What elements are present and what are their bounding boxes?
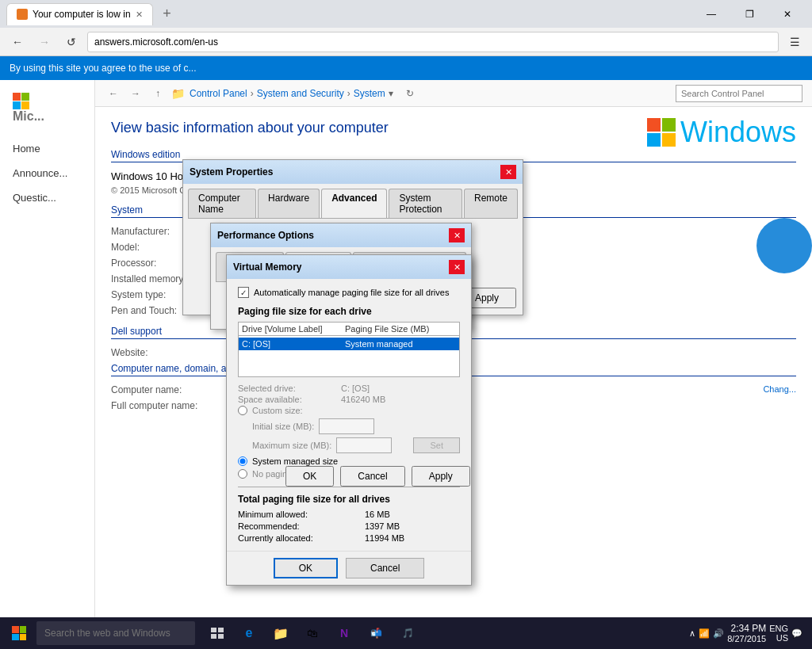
- edge-icon[interactable]: e: [235, 617, 263, 649]
- tab-advanced[interactable]: Advanced: [321, 189, 387, 218]
- custom-size-label[interactable]: Custom size:: [252, 406, 303, 415]
- forward-button[interactable]: →: [33, 31, 56, 53]
- minimize-button[interactable]: —: [693, 0, 730, 28]
- allocated-row: Currently allocated: 11994 MB: [238, 533, 460, 543]
- min-label: Minimum allowed:: [238, 510, 365, 519]
- sidebar-item-question[interactable]: Questic...: [0, 185, 94, 210]
- taskbar: e 📁 🛍 N 📬 🎵 ∧ 📶 🔊 2:34 PM 8/27/2015 ENG …: [0, 617, 812, 649]
- recommended-row: Recommended: 1397 MB: [238, 521, 460, 531]
- alloc-label: Currently allocated:: [238, 533, 365, 543]
- system-props-close-button[interactable]: ✕: [500, 165, 516, 179]
- no-paging-radio[interactable]: [238, 469, 247, 479]
- lower-cancel-button[interactable]: Cancel: [340, 466, 404, 487]
- tab-hardware[interactable]: Hardware: [258, 189, 320, 218]
- initial-size-label: Initial size (MB):: [252, 422, 314, 431]
- address-input[interactable]: [87, 32, 779, 52]
- col-paging: Paging File Size (MB): [345, 324, 456, 334]
- extra-icon1[interactable]: 📬: [362, 617, 390, 649]
- perf-options-titlebar[interactable]: Performance Options ✕: [211, 223, 471, 247]
- virt-mem-titlebar[interactable]: Virtual Memory ✕: [227, 255, 471, 279]
- auto-manage-row: ✓ Automatically manage paging file size …: [238, 287, 460, 298]
- tab-title: Your computer is low in: [33, 9, 131, 20]
- vm-ok-button[interactable]: OK: [274, 558, 338, 578]
- network-icon[interactable]: 📶: [699, 628, 710, 639]
- svg-rect-2: [211, 634, 216, 639]
- tab-favicon-icon: [17, 9, 28, 20]
- extra-icon2[interactable]: 🎵: [393, 617, 422, 649]
- maximize-button[interactable]: ❐: [731, 0, 768, 28]
- page-content: Mic... Home Announce... Questic... ← → ↑…: [0, 80, 812, 641]
- selected-drive-row: Selected drive: C: [OS]: [238, 384, 460, 393]
- date: 8/27/2015: [727, 634, 766, 643]
- system-managed-radio[interactable]: [238, 456, 247, 466]
- new-tab-button[interactable]: +: [156, 3, 178, 25]
- system-props-tabs: Computer Name Hardware Advanced System P…: [183, 184, 523, 218]
- sidebar-item-home[interactable]: Home: [0, 136, 94, 161]
- virt-mem-close-button[interactable]: ✕: [449, 260, 465, 274]
- volume-icon[interactable]: 🔊: [713, 628, 724, 639]
- address-bar: ← → ↺ ☰: [0, 28, 812, 56]
- drive-c-paging: System managed: [345, 339, 456, 349]
- max-size-label: Maximum size (MB):: [252, 441, 331, 450]
- vm-totals-section: Total paging file size for all drives Mi…: [238, 487, 460, 543]
- language-display: ENG US: [769, 624, 788, 643]
- vm-buttons: OK Cancel: [227, 551, 471, 585]
- sys-tray-expand-icon[interactable]: ∧: [689, 628, 695, 639]
- max-size-input[interactable]: [336, 437, 392, 453]
- tab-remote[interactable]: Remote: [464, 189, 518, 218]
- space-available-row: Space available: 416240 MB: [238, 395, 460, 404]
- start-button[interactable]: [3, 617, 35, 649]
- auto-manage-checkbox[interactable]: ✓: [238, 287, 249, 298]
- custom-size-radio[interactable]: [238, 406, 247, 415]
- custom-size-row: Custom size:: [238, 406, 460, 415]
- taskbar-sys-tray: ∧ 📶 🔊 2:34 PM 8/27/2015 ENG US 💬: [689, 623, 809, 643]
- system-managed-row: System managed size: [238, 456, 460, 466]
- svg-rect-3: [218, 634, 224, 639]
- time-display: 2:34 PM 8/27/2015: [727, 623, 766, 643]
- onenote-icon[interactable]: N: [330, 617, 358, 649]
- browser-chrome: Your computer is low in ✕ + — ❐ ✕ ← → ↺ …: [0, 0, 812, 56]
- perf-options-title: Performance Options: [217, 230, 314, 241]
- perf-options-close-button[interactable]: ✕: [449, 228, 465, 242]
- store-icon[interactable]: 🛍: [298, 617, 327, 649]
- notification-bar: By using this site you agree to the use …: [0, 56, 812, 80]
- system-props-title: System Properties: [190, 166, 273, 178]
- tab-bar: Your computer is low in ✕ + — ❐ ✕: [0, 0, 812, 28]
- sidebar-item-announce[interactable]: Announce...: [0, 161, 94, 185]
- auto-manage-label[interactable]: Automatically manage paging file size fo…: [254, 288, 449, 297]
- rec-label: Recommended:: [238, 521, 365, 531]
- back-button[interactable]: ←: [6, 31, 29, 53]
- vm-table-header: Drive [Volume Label] Paging File Size (M…: [239, 323, 459, 336]
- system-managed-label[interactable]: System managed size: [252, 456, 338, 466]
- refresh-button[interactable]: ↺: [60, 31, 82, 53]
- selected-drive-value: C: [OS]: [341, 384, 370, 393]
- set-button[interactable]: Set: [413, 437, 460, 453]
- settings-icon[interactable]: ☰: [783, 31, 806, 53]
- browser-tab[interactable]: Your computer is low in ✕: [6, 3, 153, 25]
- language: ENG: [769, 624, 788, 633]
- taskbar-search-input[interactable]: [36, 621, 195, 645]
- paging-section-title: Paging file size for each drive: [238, 306, 460, 317]
- time: 2:34 PM: [727, 623, 766, 634]
- notification-icon[interactable]: 💬: [791, 628, 802, 639]
- selected-drive-label: Selected drive:: [238, 384, 341, 393]
- drive-row-c[interactable]: C: [OS] System managed: [239, 338, 459, 350]
- task-view-button[interactable]: [203, 617, 232, 649]
- drive-listbox[interactable]: Drive [Volume Label] Paging File Size (M…: [238, 322, 460, 377]
- lower-ok-button[interactable]: OK: [285, 466, 334, 487]
- vm-cancel-button[interactable]: Cancel: [346, 558, 424, 578]
- close-button[interactable]: ✕: [769, 0, 806, 28]
- tab-computer-name[interactable]: Computer Name: [188, 189, 256, 218]
- tab-system-protection[interactable]: System Protection: [389, 189, 462, 218]
- min-allowed-row: Minimum allowed: 16 MB: [238, 510, 460, 519]
- dialog-overlay: System Properties ✕ Computer Name Hardwa…: [95, 80, 812, 641]
- max-size-row: Maximum size (MB): Set: [238, 437, 460, 453]
- system-props-titlebar[interactable]: System Properties ✕: [183, 160, 523, 184]
- initial-size-input[interactable]: [319, 418, 374, 434]
- svg-rect-0: [211, 628, 216, 632]
- locale: US: [769, 633, 788, 643]
- tab-close-icon[interactable]: ✕: [136, 10, 143, 20]
- lower-apply-button[interactable]: Apply: [412, 466, 470, 487]
- window-controls: — ❐ ✕: [693, 0, 806, 28]
- file-explorer-icon[interactable]: 📁: [266, 617, 295, 649]
